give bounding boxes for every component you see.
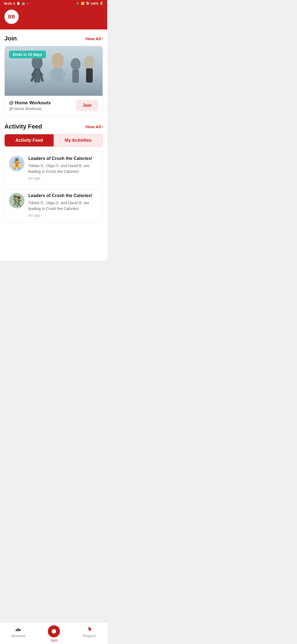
tab-activity-feed-label: Activity Feed bbox=[15, 138, 43, 143]
status-left: 08:59 ⚠ 📋 🤖 ··· bbox=[4, 2, 29, 5]
svg-line-20 bbox=[13, 162, 17, 163]
join-card-info: @ Home Workouts @ Home Workouts bbox=[9, 100, 76, 111]
join-button[interactable]: Join bbox=[76, 100, 98, 111]
feed-description-1: Tobias S., Olga O. and David B. are lead… bbox=[28, 163, 98, 174]
feed-content-1: Leaders of Crush the Calories! Tobias S.… bbox=[28, 156, 98, 180]
activity-tabs: Activity Feed My Activities bbox=[4, 134, 103, 147]
activity-view-all-button[interactable]: View All › bbox=[85, 124, 103, 129]
svg-rect-16 bbox=[86, 68, 93, 83]
feed-title-1: Leaders of Crush the Calories! bbox=[28, 156, 98, 162]
join-section-header: Join View All › bbox=[4, 35, 103, 42]
join-view-all-label: View All bbox=[85, 36, 101, 41]
tab-my-activities[interactable]: My Activities bbox=[54, 134, 103, 146]
feed-time-1: 0m ago bbox=[28, 176, 98, 180]
feed-card-2[interactable]: Leaders of Crush the Calories! Tobias S.… bbox=[4, 188, 103, 222]
svg-point-15 bbox=[84, 56, 95, 69]
join-section: Join View All › bbox=[4, 35, 103, 115]
signal-icon: 📡 bbox=[86, 2, 90, 5]
user-avatar[interactable]: BB bbox=[4, 10, 19, 24]
feed-avatar-2 bbox=[9, 193, 24, 208]
battery-label: 100% bbox=[91, 2, 98, 5]
mute-icon: 🔇 bbox=[76, 2, 80, 5]
activity-feed-title: Activity Feed bbox=[4, 123, 42, 130]
svg-line-27 bbox=[13, 199, 15, 201]
tab-activity-feed[interactable]: Activity Feed bbox=[5, 134, 54, 146]
status-right: 🔇 📶 📡 100% 🔋 bbox=[76, 2, 103, 5]
activity-feed-section-header: Activity Feed View All › bbox=[4, 123, 103, 130]
join-chevron-right-icon: › bbox=[101, 36, 103, 41]
wifi-icon: 📶 bbox=[81, 2, 85, 5]
svg-line-28 bbox=[15, 200, 17, 201]
join-section-title: Join bbox=[4, 35, 17, 42]
join-view-all-button[interactable]: View All › bbox=[85, 36, 103, 41]
join-card-image: Ends in 10 days bbox=[5, 46, 103, 96]
join-card-body: @ Home Workouts @ Home Workouts Join bbox=[5, 96, 103, 115]
feed-item-1: Leaders of Crush the Calories! Tobias S.… bbox=[9, 156, 98, 180]
main-content: Join View All › bbox=[0, 29, 107, 261]
clipboard-icon: 📋 bbox=[16, 2, 20, 5]
svg-point-7 bbox=[52, 53, 64, 68]
feed-card-1[interactable]: Leaders of Crush the Calories! Tobias S.… bbox=[4, 151, 103, 185]
join-card-subtitle: @ Home Workouts bbox=[9, 107, 76, 111]
time-display: 08:59 bbox=[4, 2, 12, 5]
main-scroll-area: Join View All › bbox=[0, 29, 107, 261]
feed-content-2: Leaders of Crush the Calories! Tobias S.… bbox=[28, 193, 98, 217]
svg-line-21 bbox=[17, 162, 21, 163]
svg-point-18 bbox=[15, 158, 19, 162]
ends-badge: Ends in 10 days bbox=[9, 51, 46, 58]
feed-description-2: Tobias S., Olga O. and David B. are lead… bbox=[28, 200, 98, 212]
feed-time-2: 0m ago bbox=[28, 213, 98, 217]
alert-icon: ⚠ bbox=[13, 2, 15, 5]
more-icon: ··· bbox=[26, 2, 29, 5]
app-header: BB bbox=[0, 7, 107, 29]
svg-point-25 bbox=[13, 195, 17, 198]
feed-avatar-1 bbox=[9, 156, 24, 171]
activity-view-all-label: View All bbox=[85, 124, 101, 129]
status-bar: 08:59 ⚠ 📋 🤖 ··· 🔇 📶 📡 100% 🔋 bbox=[0, 0, 107, 7]
feed-item-2: Leaders of Crush the Calories! Tobias S.… bbox=[9, 193, 98, 217]
feed-title-2: Leaders of Crush the Calories! bbox=[28, 193, 98, 199]
battery-icon: 🔋 bbox=[100, 2, 103, 5]
android-icon: 🤖 bbox=[21, 2, 25, 5]
join-card-title: @ Home Workouts bbox=[9, 100, 76, 106]
join-card: Ends in 10 days @ Home Workouts @ Home W… bbox=[4, 46, 103, 115]
svg-line-33 bbox=[17, 200, 19, 201]
activity-feed-section: Activity Feed View All › Activity Feed M… bbox=[4, 123, 103, 222]
svg-point-13 bbox=[71, 58, 81, 70]
svg-line-34 bbox=[19, 200, 21, 201]
svg-point-31 bbox=[17, 196, 21, 199]
activity-chevron-right-icon: › bbox=[101, 124, 103, 129]
svg-rect-14 bbox=[72, 70, 79, 83]
tab-my-activities-label: My Activities bbox=[65, 138, 91, 143]
